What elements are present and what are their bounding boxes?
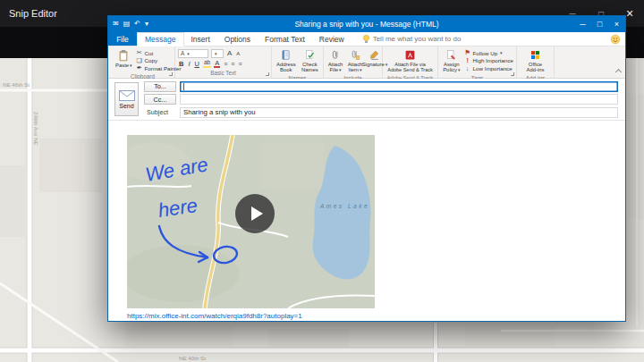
snip-editor-window: Snip Editor ─ □ × <box>0 0 644 362</box>
message-header: Send To... Cc... Subject Sharing a snip … <box>108 79 625 121</box>
quick-access-toolbar: ✉ ▤ ↶ ▾ <box>113 16 148 32</box>
tab-file[interactable]: File <box>108 32 137 46</box>
cut-icon: ✂ <box>136 49 143 56</box>
font-size-select[interactable]: ▾ <box>211 49 224 58</box>
font-icon: A <box>181 50 184 56</box>
format-painter-button[interactable]: ✒ Format Painter <box>136 64 182 72</box>
group-label-basic-text: Basic Text <box>175 69 271 78</box>
underline-icon[interactable]: U <box>194 61 200 68</box>
tab-options[interactable]: Options <box>217 32 258 46</box>
outlook-titlebar: ✉ ▤ ↶ ▾ Sharing a snip with you - Messag… <box>108 16 625 32</box>
to-field[interactable] <box>180 81 618 92</box>
outlook-window-title: Sharing a snip with you - Message (HTML) <box>108 16 625 32</box>
outlook-message-window: ✉ ▤ ↶ ▾ Sharing a snip with you - Messag… <box>107 15 626 322</box>
bold-icon[interactable]: B <box>178 61 184 68</box>
snip-video-thumbnail[interactable]: Ames Lake We are here <box>127 135 375 308</box>
message-body[interactable]: Ames Lake We are here <box>108 121 625 321</box>
signature-pen-icon <box>369 49 380 61</box>
paste-button[interactable]: Paste▾ <box>114 48 134 69</box>
ribbon-group-include: Attach File▾ Attach Item▾ <box>324 46 383 78</box>
ribbon-group-names: Address Book Check Names Names <box>272 46 324 78</box>
street-label-left: NE 46th St <box>3 81 30 88</box>
dialog-launcher-icon[interactable] <box>169 72 173 76</box>
address-book-button[interactable]: Address Book <box>275 48 298 74</box>
font-name-select[interactable]: A ▾ <box>178 49 208 58</box>
paperclip-icon <box>330 49 341 61</box>
street-label-bottom: NE 40th St <box>179 355 206 361</box>
street-label-vertical: 246th Ave NE <box>33 112 39 146</box>
follow-up-button[interactable]: ⚑ Follow Up ▾ <box>464 49 513 57</box>
collapse-ribbon-icon[interactable] <box>615 69 622 75</box>
lake-label: Ames Lake <box>319 203 369 209</box>
ribbon-group-tags: Assign Policy▾ ⚑ Follow Up ▾ ! High Impo… <box>438 46 517 78</box>
signature-button[interactable]: Signature▾ <box>366 48 384 68</box>
ribbon: Paste▾ ✂ Cut ❏ Copy ✒ Format <box>108 46 625 79</box>
cut-button[interactable]: ✂ Cut <box>136 49 182 57</box>
undo-icon[interactable]: ↶ <box>134 21 140 28</box>
assign-policy-button[interactable]: Assign Policy▾ <box>441 48 462 74</box>
dialog-launcher-icon[interactable] <box>511 72 514 76</box>
subject-label: Subject <box>144 107 176 118</box>
to-button[interactable]: To... <box>144 81 176 92</box>
maximize-icon[interactable]: □ <box>591 16 608 32</box>
dialog-launcher-icon[interactable] <box>266 72 269 76</box>
cc-field[interactable] <box>180 94 618 105</box>
attach-file-button[interactable]: Attach File▾ <box>326 48 344 74</box>
dropdown-icon: ▾ <box>500 50 503 55</box>
format-painter-icon: ✒ <box>136 64 143 72</box>
highlight-icon[interactable]: ab <box>203 60 211 68</box>
minimize-icon[interactable]: ─ <box>574 16 591 32</box>
ribbon-tab-bar: File Message Insert Options Format Text … <box>108 32 625 46</box>
subject-field[interactable]: Sharing a snip with you <box>180 107 618 118</box>
font-color-icon[interactable]: A <box>214 60 220 69</box>
play-icon <box>251 206 263 221</box>
ribbon-group-clipboard: Paste▾ ✂ Cut ❏ Copy ✒ Format <box>111 46 175 78</box>
tab-insert[interactable]: Insert <box>184 32 217 46</box>
office-addins-button[interactable]: Office Add-ins <box>521 48 550 74</box>
high-importance-button[interactable]: ! High Importance <box>464 57 513 65</box>
check-names-icon <box>304 49 316 61</box>
dropdown-icon: ▾ <box>215 51 217 56</box>
ribbon-group-addins: Office Add-ins Add-ins <box>517 46 555 78</box>
qat-customize-icon[interactable]: ▾ <box>145 21 148 28</box>
adobe-send-track-button[interactable]: Attach File via Adobe Send & Track <box>386 48 435 74</box>
outlook-window-controls: ─ □ × <box>574 16 625 32</box>
italic-icon[interactable]: I <box>187 61 191 68</box>
copy-button[interactable]: ❏ Copy <box>136 57 182 65</box>
attach-item-icon <box>350 49 360 61</box>
dropdown-icon: ▾ <box>458 67 461 72</box>
feedback-smiley-icon[interactable] <box>610 34 621 45</box>
mail-app-icon: ✉ <box>113 21 119 28</box>
lightbulb-icon <box>362 34 370 44</box>
send-envelope-icon <box>119 90 135 101</box>
dropdown-icon: ▾ <box>360 67 362 72</box>
numbering-icon[interactable]: ≡ <box>230 61 234 67</box>
snip-window-title: Snip Editor <box>9 8 57 19</box>
assign-policy-icon <box>445 49 457 61</box>
address-book-icon <box>280 49 292 61</box>
office-addins-icon <box>530 49 541 61</box>
adobe-icon <box>404 49 416 61</box>
tab-message[interactable]: Message <box>137 32 184 46</box>
ribbon-group-adobe: Attach File via Adobe Send & Track Adobe… <box>383 46 438 78</box>
dropdown-icon: ▾ <box>130 63 132 68</box>
video-share-link[interactable]: https://mix.office-int.com/watch/erqia9f… <box>127 312 302 320</box>
bullets-icon[interactable]: ≡ <box>223 61 227 67</box>
low-importance-button[interactable]: ↓ Low Importance <box>464 64 513 72</box>
save-icon[interactable]: ▤ <box>123 21 131 28</box>
low-importance-icon: ↓ <box>464 65 471 72</box>
shrink-font-icon[interactable]: A <box>235 51 241 56</box>
copy-icon: ❏ <box>136 57 143 64</box>
flag-icon: ⚑ <box>464 49 471 56</box>
tab-format-text[interactable]: Format Text <box>258 32 312 46</box>
send-button[interactable]: Send <box>114 82 139 116</box>
close-icon[interactable]: × <box>608 16 625 32</box>
align-icon[interactable]: ≡ <box>237 61 242 67</box>
tab-review[interactable]: Review <box>312 32 352 46</box>
grow-font-icon[interactable]: A <box>226 50 233 57</box>
tell-me-box[interactable]: Tell me what you want to do <box>362 32 462 46</box>
cc-button[interactable]: Cc... <box>144 94 176 105</box>
check-names-button[interactable]: Check Names <box>300 48 320 74</box>
ribbon-group-basic-text: A ▾ ▾ A A B I U <box>175 46 272 78</box>
play-button[interactable] <box>235 194 275 233</box>
